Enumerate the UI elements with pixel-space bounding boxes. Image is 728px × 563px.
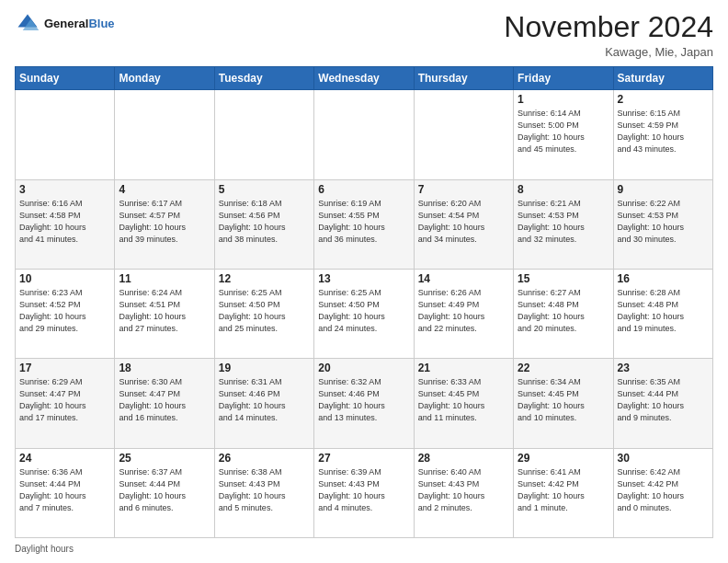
day-number: 7 xyxy=(418,183,509,196)
day-number: 2 xyxy=(618,93,709,106)
calendar-cell: 13Sunrise: 6:25 AM Sunset: 4:50 PM Dayli… xyxy=(314,269,414,358)
calendar-cell: 16Sunrise: 6:28 AM Sunset: 4:48 PM Dayli… xyxy=(613,269,712,358)
daylight-label: Daylight hours xyxy=(15,544,74,554)
day-info: Sunrise: 6:39 AM Sunset: 4:43 PM Dayligh… xyxy=(318,466,409,514)
day-info: Sunrise: 6:41 AM Sunset: 4:42 PM Dayligh… xyxy=(518,466,609,514)
header: GeneralBlue November 2024 Kawage, Mie, J… xyxy=(15,11,713,59)
day-number: 9 xyxy=(618,183,709,196)
day-info: Sunrise: 6:20 AM Sunset: 4:54 PM Dayligh… xyxy=(418,198,509,246)
day-number: 21 xyxy=(418,362,509,374)
day-info: Sunrise: 6:34 AM Sunset: 4:45 PM Dayligh… xyxy=(518,376,609,424)
day-number: 18 xyxy=(119,362,210,374)
calendar-cell: 12Sunrise: 6:25 AM Sunset: 4:50 PM Dayli… xyxy=(214,269,313,358)
day-info: Sunrise: 6:38 AM Sunset: 4:43 PM Dayligh… xyxy=(219,466,310,514)
calendar-cell: 22Sunrise: 6:34 AM Sunset: 4:45 PM Dayli… xyxy=(514,359,613,448)
calendar-cell: 5Sunrise: 6:18 AM Sunset: 4:56 PM Daylig… xyxy=(214,179,313,269)
day-info: Sunrise: 6:42 AM Sunset: 4:42 PM Dayligh… xyxy=(618,466,709,514)
day-number: 4 xyxy=(119,183,210,196)
weekday-header-cell: Friday xyxy=(514,67,613,90)
weekday-header-cell: Thursday xyxy=(414,67,513,90)
calendar-cell: 18Sunrise: 6:30 AM Sunset: 4:47 PM Dayli… xyxy=(115,359,214,448)
day-number: 25 xyxy=(119,452,210,465)
day-number: 29 xyxy=(518,452,609,465)
month-title: November 2024 xyxy=(504,11,713,43)
calendar-cell xyxy=(314,90,414,179)
calendar-cell: 11Sunrise: 6:24 AM Sunset: 4:51 PM Dayli… xyxy=(115,269,214,358)
day-number: 16 xyxy=(618,272,709,285)
calendar-cell xyxy=(16,90,115,179)
day-number: 23 xyxy=(618,362,709,374)
calendar-cell: 30Sunrise: 6:42 AM Sunset: 4:42 PM Dayli… xyxy=(613,448,712,537)
calendar-cell: 17Sunrise: 6:29 AM Sunset: 4:47 PM Dayli… xyxy=(16,359,115,448)
day-number: 28 xyxy=(418,452,509,465)
day-number: 6 xyxy=(318,183,409,196)
day-info: Sunrise: 6:23 AM Sunset: 4:52 PM Dayligh… xyxy=(19,287,110,335)
calendar-cell: 2Sunrise: 6:15 AM Sunset: 4:59 PM Daylig… xyxy=(613,90,712,179)
day-info: Sunrise: 6:27 AM Sunset: 4:48 PM Dayligh… xyxy=(518,287,609,335)
calendar-cell xyxy=(414,90,513,179)
calendar-cell: 23Sunrise: 6:35 AM Sunset: 4:44 PM Dayli… xyxy=(613,359,712,448)
calendar-cell: 1Sunrise: 6:14 AM Sunset: 5:00 PM Daylig… xyxy=(514,90,613,179)
calendar-cell: 8Sunrise: 6:21 AM Sunset: 4:53 PM Daylig… xyxy=(514,179,613,269)
day-info: Sunrise: 6:37 AM Sunset: 4:44 PM Dayligh… xyxy=(119,466,210,514)
weekday-header-cell: Wednesday xyxy=(314,67,414,90)
day-number: 14 xyxy=(418,272,509,285)
calendar-cell: 19Sunrise: 6:31 AM Sunset: 4:46 PM Dayli… xyxy=(214,359,313,448)
day-info: Sunrise: 6:17 AM Sunset: 4:57 PM Dayligh… xyxy=(119,198,210,246)
day-number: 8 xyxy=(518,183,609,196)
calendar-cell: 29Sunrise: 6:41 AM Sunset: 4:42 PM Dayli… xyxy=(514,448,613,537)
calendar-cell: 15Sunrise: 6:27 AM Sunset: 4:48 PM Dayli… xyxy=(514,269,613,358)
day-number: 20 xyxy=(318,362,409,374)
day-info: Sunrise: 6:16 AM Sunset: 4:58 PM Dayligh… xyxy=(19,198,110,246)
day-info: Sunrise: 6:25 AM Sunset: 4:50 PM Dayligh… xyxy=(318,287,409,335)
day-info: Sunrise: 6:28 AM Sunset: 4:48 PM Dayligh… xyxy=(618,287,709,335)
calendar-cell: 26Sunrise: 6:38 AM Sunset: 4:43 PM Dayli… xyxy=(214,448,313,537)
day-number: 11 xyxy=(119,272,210,285)
page: GeneralBlue November 2024 Kawage, Mie, J… xyxy=(0,0,728,563)
day-info: Sunrise: 6:36 AM Sunset: 4:44 PM Dayligh… xyxy=(19,466,110,514)
day-info: Sunrise: 6:40 AM Sunset: 4:43 PM Dayligh… xyxy=(418,466,509,514)
day-info: Sunrise: 6:32 AM Sunset: 4:46 PM Dayligh… xyxy=(318,376,409,424)
day-number: 1 xyxy=(518,93,609,106)
day-number: 17 xyxy=(19,362,110,374)
calendar-cell: 7Sunrise: 6:20 AM Sunset: 4:54 PM Daylig… xyxy=(414,179,513,269)
weekday-header-cell: Tuesday xyxy=(214,67,313,90)
day-number: 13 xyxy=(318,272,409,285)
day-number: 27 xyxy=(318,452,409,465)
day-number: 10 xyxy=(19,272,110,285)
weekday-header-cell: Monday xyxy=(115,67,214,90)
calendar-cell: 9Sunrise: 6:22 AM Sunset: 4:53 PM Daylig… xyxy=(613,179,712,269)
day-info: Sunrise: 6:22 AM Sunset: 4:53 PM Dayligh… xyxy=(618,198,709,246)
calendar-cell: 6Sunrise: 6:19 AM Sunset: 4:55 PM Daylig… xyxy=(314,179,414,269)
day-info: Sunrise: 6:18 AM Sunset: 4:56 PM Dayligh… xyxy=(219,198,310,246)
calendar-table: SundayMondayTuesdayWednesdayThursdayFrid… xyxy=(15,66,713,538)
footer: Daylight hours xyxy=(15,544,713,554)
calendar-cell xyxy=(115,90,214,179)
day-number: 3 xyxy=(19,183,110,196)
title-block: November 2024 Kawage, Mie, Japan xyxy=(504,11,713,59)
calendar-cell: 21Sunrise: 6:33 AM Sunset: 4:45 PM Dayli… xyxy=(414,359,513,448)
day-info: Sunrise: 6:14 AM Sunset: 5:00 PM Dayligh… xyxy=(518,108,609,155)
logo: GeneralBlue xyxy=(15,11,115,37)
day-number: 26 xyxy=(219,452,310,465)
logo-text: GeneralBlue xyxy=(44,17,115,31)
weekday-header-cell: Saturday xyxy=(613,67,712,90)
day-info: Sunrise: 6:25 AM Sunset: 4:50 PM Dayligh… xyxy=(219,287,310,335)
day-number: 5 xyxy=(219,183,310,196)
day-info: Sunrise: 6:15 AM Sunset: 4:59 PM Dayligh… xyxy=(618,108,709,155)
day-info: Sunrise: 6:26 AM Sunset: 4:49 PM Dayligh… xyxy=(418,287,509,335)
day-info: Sunrise: 6:35 AM Sunset: 4:44 PM Dayligh… xyxy=(618,376,709,424)
calendar-cell xyxy=(214,90,313,179)
calendar-cell: 25Sunrise: 6:37 AM Sunset: 4:44 PM Dayli… xyxy=(115,448,214,537)
day-info: Sunrise: 6:24 AM Sunset: 4:51 PM Dayligh… xyxy=(119,287,210,335)
calendar-cell: 27Sunrise: 6:39 AM Sunset: 4:43 PM Dayli… xyxy=(314,448,414,537)
day-info: Sunrise: 6:30 AM Sunset: 4:47 PM Dayligh… xyxy=(119,376,210,424)
calendar-cell: 3Sunrise: 6:16 AM Sunset: 4:58 PM Daylig… xyxy=(16,179,115,269)
day-number: 22 xyxy=(518,362,609,374)
calendar-cell: 10Sunrise: 6:23 AM Sunset: 4:52 PM Dayli… xyxy=(16,269,115,358)
day-number: 15 xyxy=(518,272,609,285)
calendar-cell: 4Sunrise: 6:17 AM Sunset: 4:57 PM Daylig… xyxy=(115,179,214,269)
day-info: Sunrise: 6:33 AM Sunset: 4:45 PM Dayligh… xyxy=(418,376,509,424)
day-info: Sunrise: 6:31 AM Sunset: 4:46 PM Dayligh… xyxy=(219,376,310,424)
day-number: 24 xyxy=(19,452,110,465)
